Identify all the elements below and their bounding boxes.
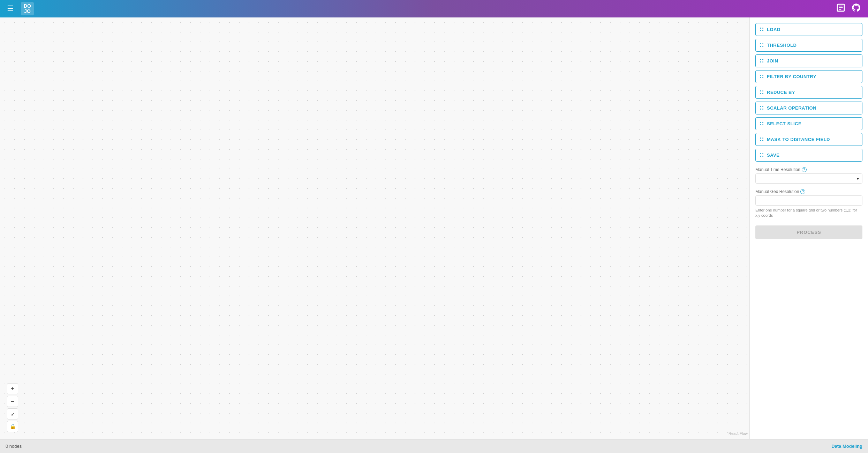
scalar-operation-button[interactable]: SCALAR OPERATION [755,102,862,114]
mask-to-distance-field-button[interactable]: MASK TO DISTANCE FIELD [755,133,862,146]
manual-geo-resolution-section: Manual Geo Resolution ? Enter one number… [755,189,862,218]
lock-button[interactable]: 🔒 [7,421,18,432]
manual-time-resolution-select[interactable] [755,173,862,184]
nodes-count: 0 nodes [6,444,22,449]
drag-icon [760,106,764,110]
drag-icon [760,122,764,126]
geo-resolution-helper-text: Enter one number for a square grid or tw… [755,208,862,218]
fit-view-button[interactable]: ⤢ [7,408,18,419]
logo: DO JO [21,2,34,16]
select-slice-button[interactable]: SELECT SLICE [755,117,862,130]
github-icon[interactable] [851,3,861,15]
drag-icon [760,28,764,32]
process-button[interactable]: PROCESS [755,225,862,239]
time-resolution-help-icon[interactable]: ? [802,167,807,172]
canvas-area[interactable] [0,17,749,439]
docs-icon[interactable] [836,3,846,15]
drag-icon [760,43,764,47]
mode-label: Data Modeling [831,444,862,449]
threshold-button[interactable]: THRESHOLD [755,39,862,52]
drag-icon [760,138,764,142]
filter-by-country-button[interactable]: FILTER BY COUNTRY [755,70,862,83]
header-right [836,3,861,15]
manual-time-resolution-section: Manual Time Resolution ? [755,167,862,184]
zoom-controls: + − ⤢ 🔒 [7,383,18,432]
zoom-out-button[interactable]: − [7,396,18,407]
geo-resolution-help-icon[interactable]: ? [800,189,805,194]
menu-icon[interactable]: ☰ [7,4,14,13]
load-button[interactable]: LOAD [755,23,862,36]
zoom-in-button[interactable]: + [7,383,18,394]
drag-icon [760,59,764,63]
drag-icon [760,153,764,157]
drag-icon [760,75,764,79]
manual-geo-resolution-input[interactable] [755,195,862,206]
reduce-by-button[interactable]: REDUCE BY [755,86,862,99]
manual-time-resolution-label: Manual Time Resolution ? [755,167,862,172]
header-left: ☰ DO JO [7,2,34,16]
react-flow-label: React Flow [729,431,748,436]
manual-geo-resolution-label: Manual Geo Resolution ? [755,189,862,194]
join-button[interactable]: JOIN [755,54,862,67]
right-sidebar: LOAD THRESHOLD JOIN FILTER BY COUNTRY RE… [749,17,868,439]
drag-icon [760,90,764,95]
status-bar: 0 nodes Data Modeling [0,439,868,453]
time-resolution-select-wrapper [755,173,862,184]
save-button[interactable]: SAVE [755,149,862,162]
header: ☰ DO JO [0,0,868,17]
